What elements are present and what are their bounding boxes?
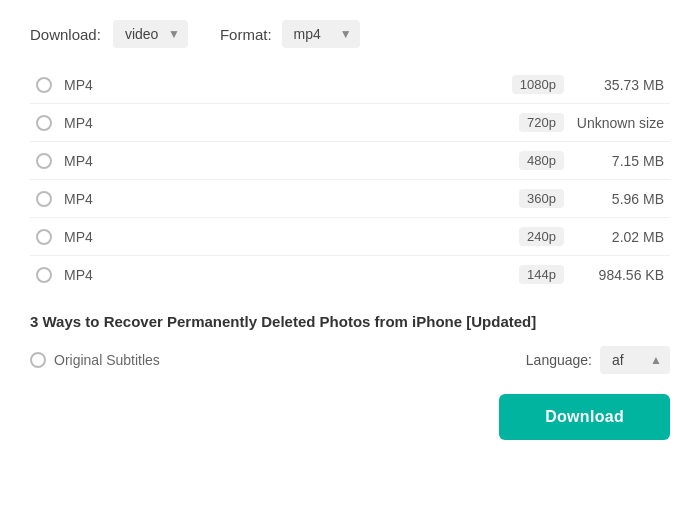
row-radio-cell [30, 104, 58, 142]
row-resolution-4: 240p [506, 218, 570, 256]
row-size-4: 2.02 MB [570, 218, 670, 256]
language-select-wrapper: af en es fr de zh ▲ [600, 346, 670, 374]
row-resolution-1: 720p [506, 104, 570, 142]
subtitle-label-text: Original Subtitles [54, 352, 160, 368]
row-radio-4[interactable] [36, 229, 52, 245]
row-radio-cell [30, 218, 58, 256]
download-label: Download: [30, 26, 101, 43]
row-radio-0[interactable] [36, 77, 52, 93]
row-size-2: 7.15 MB [570, 142, 670, 180]
format-select[interactable]: mp4 webm mkv [282, 20, 360, 48]
row-radio-5[interactable] [36, 267, 52, 283]
type-select-wrapper: video audio ▼ [113, 20, 188, 48]
subtitle-radio[interactable] [30, 352, 46, 368]
language-select[interactable]: af en es fr de zh [600, 346, 670, 374]
row-resolution-3: 360p [506, 180, 570, 218]
row-spacer-0 [99, 66, 506, 104]
row-spacer-5 [99, 256, 506, 294]
language-group: Language: af en es fr de zh ▲ [526, 346, 670, 374]
table-row[interactable]: MP4 480p 7.15 MB [30, 142, 670, 180]
subtitle-option: Original Subtitles [30, 352, 160, 368]
row-radio-cell [30, 256, 58, 294]
table-row[interactable]: MP4 144p 984.56 KB [30, 256, 670, 294]
top-controls-bar: Download: video audio ▼ Format: mp4 webm… [30, 20, 670, 48]
subtitles-row: Original Subtitles Language: af en es fr… [30, 346, 670, 374]
download-section: Download [30, 394, 670, 440]
download-button[interactable]: Download [499, 394, 670, 440]
row-spacer-1 [99, 104, 506, 142]
row-size-3: 5.96 MB [570, 180, 670, 218]
row-spacer-2 [99, 142, 506, 180]
row-format-2: MP4 [58, 142, 99, 180]
row-format-4: MP4 [58, 218, 99, 256]
row-size-1: Unknown size [570, 104, 670, 142]
table-row[interactable]: MP4 720p Unknown size [30, 104, 670, 142]
table-row[interactable]: MP4 1080p 35.73 MB [30, 66, 670, 104]
row-radio-2[interactable] [36, 153, 52, 169]
row-radio-3[interactable] [36, 191, 52, 207]
row-format-3: MP4 [58, 180, 99, 218]
language-label: Language: [526, 352, 592, 368]
type-select[interactable]: video audio [113, 20, 188, 48]
table-row[interactable]: MP4 360p 5.96 MB [30, 180, 670, 218]
row-resolution-2: 480p [506, 142, 570, 180]
row-radio-cell [30, 66, 58, 104]
format-label: Format: [220, 26, 272, 43]
row-format-0: MP4 [58, 66, 99, 104]
row-format-5: MP4 [58, 256, 99, 294]
video-title: 3 Ways to Recover Permanently Deleted Ph… [30, 311, 670, 332]
format-select-wrapper: mp4 webm mkv ▼ [282, 20, 360, 48]
table-row[interactable]: MP4 240p 2.02 MB [30, 218, 670, 256]
row-spacer-4 [99, 218, 506, 256]
video-quality-table: MP4 1080p 35.73 MB MP4 720p Unknown size… [30, 66, 670, 293]
row-resolution-0: 1080p [506, 66, 570, 104]
row-size-0: 35.73 MB [570, 66, 670, 104]
row-size-5: 984.56 KB [570, 256, 670, 294]
row-radio-cell [30, 142, 58, 180]
row-format-1: MP4 [58, 104, 99, 142]
row-radio-cell [30, 180, 58, 218]
row-radio-1[interactable] [36, 115, 52, 131]
format-group: Format: mp4 webm mkv ▼ [220, 20, 360, 48]
row-resolution-5: 144p [506, 256, 570, 294]
row-spacer-3 [99, 180, 506, 218]
